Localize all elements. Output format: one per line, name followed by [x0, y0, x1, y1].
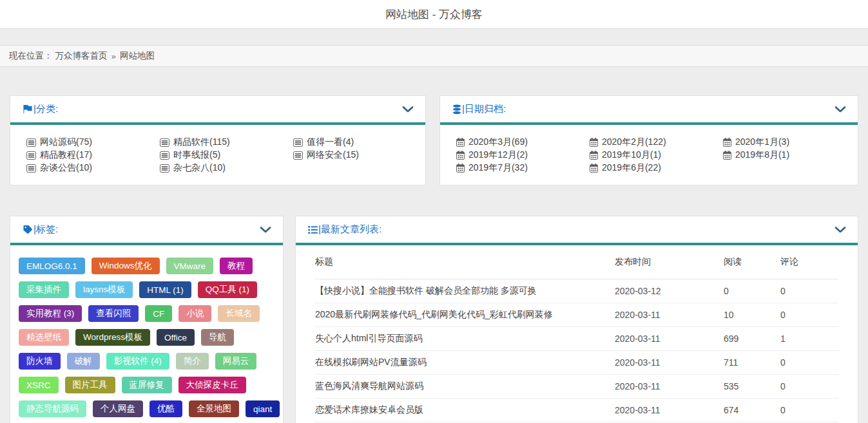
- article-date: 2020-03-11: [615, 381, 724, 391]
- list-alt-icon: [26, 138, 36, 147]
- tag-link[interactable]: 实用教程 (3): [19, 305, 82, 322]
- archive-link[interactable]: 2019年6月(22): [590, 162, 723, 174]
- tag-link[interactable]: 优酷: [149, 400, 182, 417]
- tag-link[interactable]: 长域名: [218, 305, 260, 322]
- tag-link[interactable]: 查看闪照: [88, 305, 139, 322]
- tag-link[interactable]: XSRC: [19, 377, 59, 393]
- category-link-label: 杂谈公告(10): [40, 162, 92, 174]
- article-comments: 1: [780, 334, 838, 344]
- article-comments: 0: [780, 286, 838, 296]
- article-title-cell: 2020最新代刷网装修代码_代刷网美化代码_彩虹代刷网装修: [315, 309, 615, 321]
- archive-link[interactable]: 2019年12月(2): [456, 149, 590, 162]
- category-link-label: 精品软件(115): [173, 136, 230, 148]
- tag-link[interactable]: 全景地图: [189, 400, 239, 417]
- tag-link[interactable]: 图片工具: [65, 377, 115, 393]
- tag-link[interactable]: 防火墙: [19, 353, 61, 370]
- archive-link-label: 2019年6月(22): [602, 162, 661, 174]
- breadcrumb-home-link[interactable]: 万众博客首页: [55, 50, 108, 62]
- breadcrumb-separator: »: [111, 52, 117, 61]
- list-alt-icon: [160, 151, 169, 160]
- category-link[interactable]: 值得一看(4): [293, 136, 419, 149]
- tag-row: 采集插件laysns模板HTML (1)QQ工具 (1): [19, 281, 275, 298]
- category-link[interactable]: 网站源码(75): [26, 136, 160, 149]
- tag-link[interactable]: Wordpress模板: [75, 329, 150, 346]
- tag-link[interactable]: 蓝屏修复: [122, 377, 172, 393]
- article-date: 2020-03-12: [615, 286, 724, 296]
- article-title-cell: 在线模拟刷网站PV流量源码: [315, 357, 615, 368]
- article-reads: 674: [724, 405, 780, 415]
- tag-link[interactable]: HTML (1): [139, 281, 191, 298]
- list-alt-icon: [293, 138, 303, 147]
- article-title-link[interactable]: 蓝色海风清爽导航网站源码: [315, 381, 423, 391]
- tag-link[interactable]: 静态导航源码: [19, 400, 86, 417]
- category-link[interactable]: 杂谈公告(10): [26, 162, 160, 174]
- tag-link[interactable]: laysns模板: [75, 281, 133, 298]
- archive-link-label: 2020年3月(69): [468, 136, 528, 148]
- chevron-down-icon[interactable]: [834, 227, 846, 233]
- article-comments: 0: [780, 381, 838, 391]
- article-reads: 10: [724, 310, 780, 320]
- tag-link[interactable]: 破解: [67, 353, 100, 370]
- tag-link[interactable]: Windows优化: [92, 258, 160, 274]
- tag-link[interactable]: 精选壁纸: [19, 329, 69, 346]
- tag-row: 防火墙破解影视软件 (4)简介网易云: [19, 353, 275, 370]
- tag-link[interactable]: 个人网盘: [93, 400, 143, 417]
- calendar-icon: [456, 138, 465, 147]
- article-row: 恋爱话术库撩妹安卓会员版2020-03-116740: [315, 399, 838, 422]
- articles-table: 标题发布时间阅读评论【快搜小说】全能搜书软件 破解会员全部功能 多源可换2020…: [296, 245, 858, 422]
- tag-link[interactable]: 大侦探皮卡丘: [178, 377, 246, 393]
- archive-link[interactable]: 2020年3月(69): [456, 136, 590, 149]
- category-link[interactable]: 精品软件(115): [160, 136, 293, 149]
- list-alt-icon: [26, 151, 36, 160]
- tag-link[interactable]: 小说: [178, 305, 211, 322]
- tag-link[interactable]: QQ工具 (1): [198, 281, 257, 298]
- tag-link[interactable]: 教程: [220, 258, 253, 274]
- article-title-link[interactable]: 【快搜小说】全能搜书软件 破解会员全部功能 多源可换: [315, 285, 537, 296]
- tags-cloud: EMLOG6.0.1Windows优化VMware教程采集插件laysns模板H…: [10, 245, 283, 423]
- tags-panel: |标签: EMLOG6.0.1Windows优化VMware教程采集插件lays…: [10, 216, 284, 423]
- category-link[interactable]: 杂七杂八(10): [160, 162, 293, 174]
- tag-link[interactable]: VMware: [166, 258, 214, 274]
- article-title-link[interactable]: 在线模拟刷网站PV流量源码: [315, 357, 427, 367]
- category-link[interactable]: 网络安全(15): [293, 149, 419, 162]
- category-link-label: 杂七杂八(10): [173, 162, 226, 174]
- tag-row: 精选壁纸Wordpress模板Office导航: [19, 329, 275, 346]
- archive-link[interactable]: 2020年2月(122): [590, 136, 723, 149]
- tag-link[interactable]: EMLOG6.0.1: [19, 258, 85, 274]
- chevron-down-icon[interactable]: [260, 227, 271, 233]
- archive-link[interactable]: 2019年8月(1): [723, 149, 851, 162]
- article-title-cell: 【快搜小说】全能搜书软件 破解会员全部功能 多源可换: [315, 285, 615, 297]
- archive-link[interactable]: 2020年1月(3): [723, 136, 851, 149]
- tag-link[interactable]: Office: [157, 329, 195, 346]
- breadcrumb-current-link[interactable]: 网站地图: [120, 50, 155, 62]
- database-icon: [452, 104, 461, 115]
- column-header: 发布时间: [615, 256, 724, 268]
- tag-link[interactable]: 网易云: [215, 353, 257, 370]
- calendar-icon: [456, 164, 465, 173]
- archive-link[interactable]: 2019年7月(32): [456, 162, 590, 174]
- article-title-link[interactable]: 失心个人html引导页面源码: [315, 333, 422, 343]
- categories-panel: |分类: 网站源码(75)精品软件(115)值得一看(4)精品教程(17)时事线…: [10, 95, 426, 185]
- category-link[interactable]: 时事线报(5): [160, 149, 293, 162]
- archive-link-label: 2019年7月(32): [468, 162, 528, 174]
- archives-panel: |日期归档: 2020年3月(69)2020年2月(122)2020年1月(3)…: [439, 95, 858, 185]
- breadcrumb: 现在位置： 万众博客首页 » 网站地图: [0, 45, 868, 67]
- archives-panel-header: |日期归档:: [440, 96, 858, 125]
- list-icon: [308, 225, 318, 234]
- tag-link[interactable]: 影视软件 (4): [106, 353, 169, 370]
- archives-list: 2020年3月(69)2020年2月(122)2020年1月(3)2019年12…: [440, 125, 858, 185]
- article-row: 【快搜小说】全能搜书软件 破解会员全部功能 多源可换2020-03-1200: [315, 279, 838, 303]
- article-title-link[interactable]: 恋爱话术库撩妹安卓会员版: [315, 404, 423, 415]
- chevron-down-icon[interactable]: [834, 106, 846, 113]
- tag-link[interactable]: CF: [145, 305, 172, 322]
- list-alt-icon: [26, 164, 36, 173]
- chevron-down-icon[interactable]: [402, 106, 414, 113]
- tag-link[interactable]: qiant: [246, 400, 280, 417]
- tag-row: 静态导航源码个人网盘优酷全景地图qiant: [19, 400, 275, 417]
- tag-link[interactable]: 采集插件: [19, 281, 69, 298]
- category-link[interactable]: 精品教程(17): [26, 149, 160, 162]
- tag-link[interactable]: 导航: [201, 329, 234, 346]
- tag-link[interactable]: 简介: [176, 353, 209, 370]
- archive-link[interactable]: 2019年10月(1): [590, 149, 723, 162]
- article-title-link[interactable]: 2020最新代刷网装修代码_代刷网美化代码_彩虹代刷网装修: [315, 309, 553, 319]
